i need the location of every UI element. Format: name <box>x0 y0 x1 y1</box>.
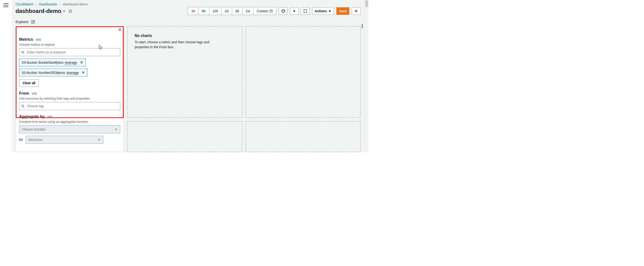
time-range-1d[interactable]: 1d <box>222 7 232 15</box>
plus-icon <box>354 9 358 13</box>
metrics-subtext: Choose metrics to explore. <box>19 43 120 46</box>
edit-icon <box>31 20 35 24</box>
time-range-1w[interactable]: 1w <box>242 7 254 15</box>
aggregate-subtext: Combine time series using an aggregation… <box>19 120 120 123</box>
chevron-right-icon: › <box>59 2 60 6</box>
actions-label: Actions <box>315 9 327 13</box>
save-button[interactable]: Save <box>336 7 349 15</box>
time-range-selector: 1h 3h 12h 1d 3d 1w Custom <box>188 7 276 15</box>
time-range-1h[interactable]: 1h <box>188 7 199 15</box>
metrics-search-input[interactable] <box>26 50 118 54</box>
fullscreen-button[interactable] <box>301 7 310 15</box>
actions-button[interactable]: Actions ▼ <box>312 7 334 15</box>
chart-dropzone[interactable] <box>127 121 242 152</box>
time-range-custom[interactable]: Custom <box>254 7 276 15</box>
svg-point-5 <box>362 24 363 25</box>
scrollbar[interactable] <box>364 0 368 152</box>
metric-token[interactable]: S3 Bucket: BucketSizeBytes: Average ✕ <box>19 58 86 66</box>
favorite-toggle[interactable] <box>68 9 72 13</box>
caret-down-icon: ▼ <box>328 9 332 13</box>
calendar-icon <box>270 9 273 13</box>
for-label: for <box>19 138 23 142</box>
star-icon <box>68 9 72 13</box>
edit-widget-button[interactable] <box>31 20 35 24</box>
chart-dropzone[interactable] <box>246 121 360 152</box>
add-widget-button[interactable] <box>352 7 360 15</box>
metrics-info-link[interactable]: Info <box>36 38 41 41</box>
refresh-button[interactable] <box>279 7 288 15</box>
explorer-panel: Metrics Info Choose metrics to explore. … <box>16 26 124 152</box>
metrics-search[interactable] <box>19 48 120 56</box>
svg-rect-1 <box>270 10 272 12</box>
from-info-link[interactable]: Info <box>32 92 37 95</box>
refresh-icon <box>281 9 285 13</box>
from-tag-search[interactable] <box>19 102 120 110</box>
breadcrumb-link[interactable]: CloudWatch <box>16 2 34 6</box>
metrics-heading: Metrics <box>19 37 33 42</box>
aggregate-function-placeholder: Choose function <box>22 127 46 131</box>
breadcrumb-current: dashboard-demo <box>63 2 88 6</box>
search-icon <box>21 104 24 108</box>
aggregate-resource-select[interactable]: Resource ▼ <box>26 136 103 144</box>
chart-dropzone[interactable] <box>246 26 360 118</box>
expand-icon <box>304 9 307 13</box>
scrollbar-thumb[interactable] <box>365 0 368 7</box>
nav-toggle[interactable] <box>0 0 12 152</box>
remove-token-button[interactable]: ✕ <box>82 70 85 75</box>
widget-menu-button[interactable] <box>362 24 363 28</box>
time-range-12h[interactable]: 12h <box>209 7 222 15</box>
chevron-right-icon: › <box>36 2 37 6</box>
time-range-3h[interactable]: 3h <box>198 7 209 15</box>
page-title: dashboard-demo <box>16 8 62 14</box>
close-icon <box>118 28 122 31</box>
kebab-icon <box>362 24 363 28</box>
aggregate-info-link[interactable]: Info <box>48 115 53 119</box>
close-panel-button[interactable] <box>118 28 122 31</box>
svg-marker-0 <box>68 9 72 13</box>
breadcrumb: CloudWatch › Dashboards › dashboard-demo <box>12 0 364 7</box>
svg-point-3 <box>22 51 24 53</box>
metric-token[interactable]: S3 Bucket: NumberOfObjects: Average ✕ <box>19 69 87 76</box>
hamburger-icon <box>4 3 8 7</box>
title-dropdown[interactable]: ▾ <box>63 9 65 13</box>
caret-down-icon: ▼ <box>114 127 118 131</box>
caret-down-icon: ▼ <box>292 9 296 13</box>
empty-title: No charts <box>135 34 235 38</box>
chart-dropzone[interactable]: No charts To start, choose a metric and … <box>127 26 242 118</box>
remove-token-button[interactable]: ✕ <box>80 60 83 65</box>
empty-body: To start, choose a metric and then choos… <box>135 40 224 50</box>
time-range-3d[interactable]: 3d <box>232 7 243 15</box>
metric-token-label: S3 Bucket: BucketSizeBytes: Average <box>22 61 77 64</box>
custom-label: Custom <box>257 9 268 13</box>
from-heading: From <box>19 91 29 95</box>
widget-title: Explorer <box>16 20 29 24</box>
refresh-dropdown[interactable]: ▼ <box>290 7 298 15</box>
clear-all-button[interactable]: Clear all <box>19 79 39 87</box>
aggregate-resource-placeholder: Resource <box>28 138 42 142</box>
from-subtext: Add resources by selecting their tags an… <box>19 97 120 100</box>
aggregate-heading: Aggregate by <box>19 114 45 119</box>
from-tag-input[interactable] <box>26 104 118 108</box>
caret-down-icon: ▼ <box>98 138 101 142</box>
svg-point-4 <box>22 105 24 107</box>
svg-point-7 <box>362 27 363 28</box>
search-icon <box>21 50 24 54</box>
aggregate-function-select[interactable]: Choose function ▼ <box>19 125 120 133</box>
breadcrumb-link[interactable]: Dashboards <box>39 2 57 6</box>
svg-point-6 <box>362 26 363 26</box>
metric-token-label: S3 Bucket: NumberOfObjects: Average <box>22 71 79 75</box>
